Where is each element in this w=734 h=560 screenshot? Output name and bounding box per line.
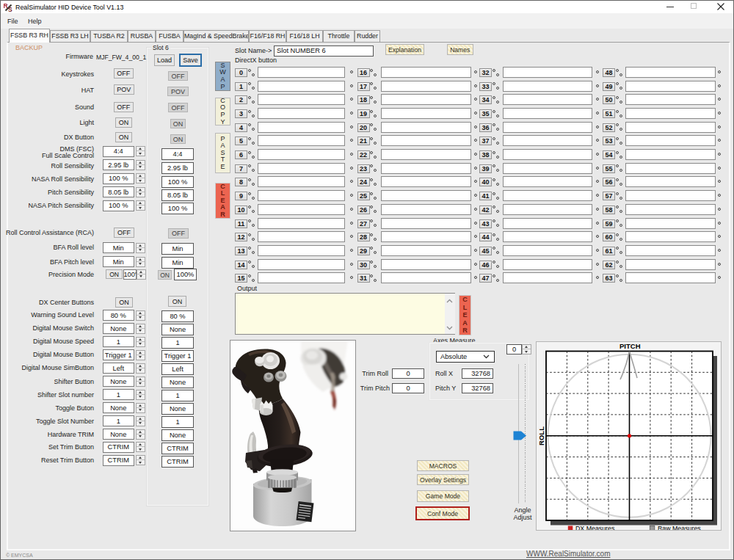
svg-text:ROLL: ROLL bbox=[537, 426, 545, 446]
svg-text:PITCH: PITCH bbox=[619, 342, 641, 350]
svg-text:DX Measures: DX Measures bbox=[575, 525, 615, 530]
svg-text:Raw Measures: Raw Measures bbox=[658, 525, 701, 530]
svg-text:S: S bbox=[8, 6, 12, 12]
